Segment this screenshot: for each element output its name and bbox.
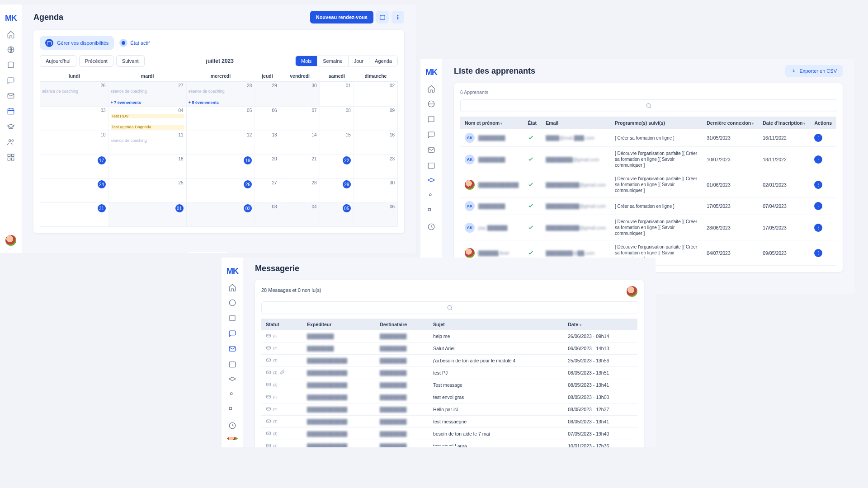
globe-icon[interactable] xyxy=(228,299,236,307)
calendar-event[interactable]: + 7 événements xyxy=(111,100,184,105)
calendar-small-button[interactable] xyxy=(376,11,389,23)
col-name[interactable]: Nom et prénom▾ xyxy=(460,117,523,129)
book-icon[interactable] xyxy=(427,115,435,123)
view-day[interactable]: Jour xyxy=(349,56,369,66)
calendar-day[interactable]: 29 xyxy=(255,82,280,107)
table-row[interactable]: AKpay ████████████████@gmail.com[ Découv… xyxy=(460,215,836,240)
calendar-day[interactable]: 02 xyxy=(354,82,397,107)
calendar-day[interactable]: 10 xyxy=(40,131,109,155)
calendar-day[interactable]: 23 xyxy=(354,155,397,179)
mail-icon[interactable] xyxy=(7,92,15,100)
calendar-day[interactable]: 25 xyxy=(108,179,186,203)
calendar-day[interactable]: 12 xyxy=(186,131,255,155)
clock-icon[interactable] xyxy=(427,223,435,231)
calendar-icon[interactable] xyxy=(427,161,435,169)
calendar-day[interactable]: 22 xyxy=(320,155,354,179)
calendar-icon[interactable] xyxy=(228,360,236,368)
info-button[interactable]: ⋮ xyxy=(814,181,822,189)
col-date[interactable]: Date ▾ xyxy=(563,319,637,330)
calendar-day[interactable]: 26séance de coaching xyxy=(40,82,109,107)
calendar-day[interactable]: 29 xyxy=(320,179,354,203)
calendar-event[interactable]: Test agenda Dagonda xyxy=(111,125,184,130)
calendar-day[interactable]: 27séance de coaching+ 7 événements xyxy=(108,82,186,107)
calendar-day[interactable]: 30 xyxy=(280,82,320,107)
calendar-day[interactable]: 02 xyxy=(186,203,255,227)
users-icon[interactable] xyxy=(7,138,15,146)
calendar-day[interactable]: 13 xyxy=(255,131,280,155)
table-row[interactable]: (3)████████████████████besoin de ton aid… xyxy=(261,428,637,440)
table-row[interactable]: ██████████████████████@gmail.com[ Découv… xyxy=(460,172,836,197)
globe-icon[interactable] xyxy=(7,46,15,54)
calendar-day[interactable]: 30 xyxy=(354,179,397,203)
calendar-day[interactable]: 05 xyxy=(320,203,354,227)
calendar-day[interactable]: 01 xyxy=(108,203,186,227)
chat-icon[interactable] xyxy=(427,131,435,139)
avatar[interactable] xyxy=(5,235,16,246)
new-appointment-button[interactable]: Nouveau rendez-vous xyxy=(310,11,373,23)
menu-button[interactable] xyxy=(392,11,404,23)
calendar-day[interactable]: 03 xyxy=(40,106,109,131)
info-button[interactable]: ⋮ xyxy=(814,224,822,232)
calendar-day[interactable]: 26 xyxy=(186,179,255,203)
calendar-event[interactable]: + 5 événements xyxy=(189,100,253,105)
table-row[interactable]: AK████████████████@gmail.com[ Découvre l… xyxy=(460,147,836,172)
calendar-day[interactable]: 17 xyxy=(40,155,109,179)
calendar-event[interactable]: séance de coaching xyxy=(42,89,107,94)
table-row[interactable]: (3)████████████████Salut Ariel06/06/2023… xyxy=(261,343,637,355)
search-input[interactable] xyxy=(460,99,837,112)
info-button[interactable]: ⋮ xyxy=(814,249,822,257)
calendar-event[interactable]: séance de coaching xyxy=(111,138,184,143)
info-button[interactable]: ⋮ xyxy=(814,155,822,164)
home-icon[interactable] xyxy=(427,84,435,93)
globe-icon[interactable] xyxy=(427,100,435,108)
calendar-day[interactable]: 14 xyxy=(280,131,320,155)
mail-icon[interactable] xyxy=(427,146,435,154)
table-row[interactable]: (3)████████████████████j'ai besoin de to… xyxy=(261,355,637,367)
calendar-event[interactable]: séance de coaching xyxy=(189,89,253,94)
home-icon[interactable] xyxy=(7,30,15,38)
col-lastlogin[interactable]: Dernière connexion▾ xyxy=(702,117,758,129)
calendar-day[interactable]: 20 xyxy=(255,155,280,179)
apps-icon[interactable] xyxy=(228,406,236,414)
calendar-day[interactable]: 11séance de coaching xyxy=(108,131,186,155)
info-button[interactable]: ⋮ xyxy=(814,134,822,142)
book-icon[interactable] xyxy=(228,314,236,322)
calendar-day[interactable]: 06 xyxy=(255,106,280,131)
apps-icon[interactable] xyxy=(7,153,15,161)
calendar-day[interactable]: 04 xyxy=(280,203,320,227)
avatar[interactable] xyxy=(227,437,238,440)
mail-icon[interactable] xyxy=(228,345,236,353)
chat-icon[interactable] xyxy=(7,76,15,84)
view-month[interactable]: Mois xyxy=(296,56,317,66)
calendar-day[interactable]: 08 xyxy=(320,106,354,131)
col-signup[interactable]: Date d'inscription▾ xyxy=(758,117,810,129)
search-input[interactable] xyxy=(261,301,638,314)
calendar-day[interactable]: 21 xyxy=(280,155,320,179)
calendar-event[interactable]: séance de coaching xyxy=(111,89,184,94)
table-row[interactable]: (3)████████████████████Hello par ici08/0… xyxy=(261,404,637,416)
calendar-day[interactable]: 31 xyxy=(40,203,109,227)
grad-icon[interactable] xyxy=(228,375,236,384)
calendar-icon[interactable] xyxy=(7,107,15,115)
apps-icon[interactable] xyxy=(427,207,435,216)
today-button[interactable]: Aujourd'hui xyxy=(40,55,76,67)
calendar-day[interactable]: 05 xyxy=(186,106,255,131)
table-row[interactable]: AK████████████@mail.███.com[ Créer sa fo… xyxy=(460,129,836,147)
manage-availability-button[interactable]: Gérer vos disponibilités xyxy=(40,36,114,50)
export-csv-button[interactable]: Exporter en CSV xyxy=(785,65,843,77)
grad-icon[interactable] xyxy=(427,177,435,185)
chat-icon[interactable] xyxy=(228,329,236,338)
calendar-event[interactable]: Test RDV xyxy=(111,114,184,119)
table-row[interactable]: (3)████████████████████test envoi gras08… xyxy=(261,391,637,404)
info-button[interactable]: ⋮ xyxy=(814,202,822,210)
calendar-day[interactable]: 07 xyxy=(280,106,320,131)
calendar-day[interactable]: 01 xyxy=(320,82,354,107)
calendar-day[interactable]: 19 xyxy=(186,155,255,179)
clock-icon[interactable] xyxy=(228,422,236,430)
calendar-day[interactable]: 18 xyxy=(108,155,186,179)
calendar-day[interactable]: 27 xyxy=(255,179,280,203)
users-icon[interactable] xyxy=(228,391,236,399)
table-row[interactable]: (3)████████████████████Test message08/05… xyxy=(261,379,637,391)
book-icon[interactable] xyxy=(7,61,15,69)
home-icon[interactable] xyxy=(228,283,236,291)
